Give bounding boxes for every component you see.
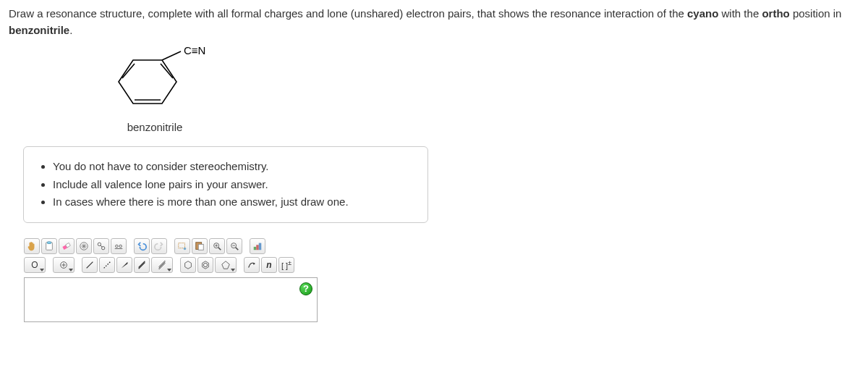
q-mid1: with the [718,7,762,20]
svg-point-42 [203,263,207,266]
toolbar-row-1 [24,237,318,256]
cn-label: C≡N [184,46,205,56]
svg-line-32 [87,261,93,268]
q-benzonitrile: benzonitrile [9,24,69,36]
add-atom-button[interactable] [53,257,75,273]
select-tool[interactable] [174,238,190,254]
svg-marker-34 [122,261,128,268]
svg-line-24 [236,247,239,250]
svg-rect-28 [259,243,262,250]
svg-line-20 [218,247,221,250]
svg-rect-18 [198,244,203,250]
zoom-in-button[interactable] [209,238,225,254]
hint-panel: You do not have to consider stereochemis… [23,146,428,223]
svg-rect-6 [47,241,51,243]
structure-editor: O n [ ]± ? [23,236,318,323]
q-ortho: ortho [762,7,789,20]
question-prompt: Draw a resonance structure, complete wit… [9,6,859,38]
paste-tool[interactable] [192,238,208,254]
svg-line-2 [161,64,173,78]
zoom-out-button[interactable] [226,238,242,254]
clipboard-tool[interactable] [41,238,57,254]
atom-picker[interactable]: O [24,257,46,273]
svg-marker-40 [185,261,192,269]
svg-line-33 [104,261,111,268]
toolbar-row-2: O n [ ]± [24,256,318,274]
curved-arrow-tool[interactable] [244,257,260,273]
link-tool[interactable] [93,238,109,254]
molecule-name: benzonitrile [127,121,183,133]
help-button[interactable]: ? [299,282,312,295]
svg-rect-15 [179,243,185,248]
q-pre: Draw a resonance structure, complete wit… [9,7,687,20]
benzene-tool[interactable] [197,257,213,273]
bracket-tool[interactable]: [ ]± [278,257,294,273]
hint-item: Include all valence lone pairs in your a… [53,177,414,193]
q-cyano: cyano [687,7,718,20]
hint-item: You do not have to consider stereochemis… [53,159,414,175]
no-reaction-tool[interactable]: n [261,257,277,273]
q-mid2: position in [790,7,842,20]
svg-marker-43 [222,261,230,269]
molecule-figure: C≡N benzonitrile [75,46,234,133]
svg-rect-26 [254,246,257,249]
svg-point-13 [116,245,119,248]
svg-marker-0 [119,60,176,104]
preferences-button[interactable] [250,238,265,254]
hand-tool[interactable] [24,238,40,254]
svg-line-35 [139,261,145,267]
eraser-tool[interactable] [59,238,75,254]
hint-item: In cases where there is more than one an… [53,194,414,211]
svg-line-36 [139,262,145,269]
wedge-bond-tool[interactable] [116,257,132,273]
svg-line-12 [101,245,103,247]
expand-tool[interactable] [76,238,92,254]
hexagon-tool[interactable] [180,257,196,273]
benzonitrile-structure: C≡N [82,46,227,118]
svg-line-38 [159,261,166,268]
svg-rect-27 [256,245,259,250]
dashed-bond-tool[interactable] [99,257,115,273]
q-post: . [69,24,72,36]
clean-tool[interactable] [111,238,127,254]
double-bond-tool[interactable] [134,257,150,273]
undo-button[interactable] [134,238,150,254]
single-bond-tool[interactable] [82,257,98,273]
drawing-canvas[interactable]: ? [24,277,318,322]
svg-point-14 [119,245,122,248]
svg-point-16 [184,247,187,250]
redo-button[interactable] [151,238,167,254]
triple-bond-tool[interactable] [151,257,173,273]
svg-line-1 [122,64,135,78]
svg-line-4 [162,51,181,60]
pentagon-tool[interactable] [215,257,237,273]
